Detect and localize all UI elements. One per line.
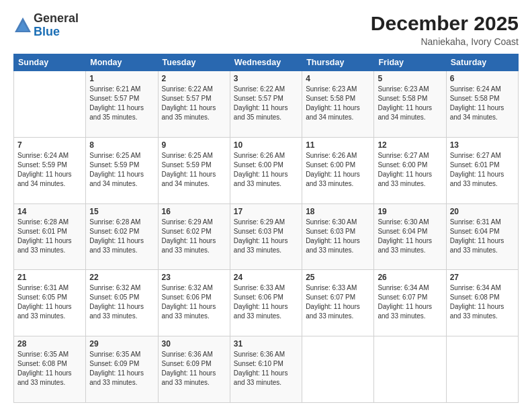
day-number: 4	[306, 74, 370, 83]
day-number: 12	[378, 140, 442, 150]
cell-details: Sunrise: 6:28 AMSunset: 6:02 PMDaylight:…	[89, 218, 154, 255]
page: General Blue December 2025 Naniekaha, Iv…	[0, 0, 532, 411]
calendar-day-header: Monday	[86, 54, 158, 71]
day-number: 7	[17, 140, 82, 150]
day-number: 1	[89, 74, 154, 83]
cell-details: Sunrise: 6:24 AMSunset: 5:58 PMDaylight:…	[450, 85, 515, 122]
month-year: December 2025	[371, 12, 519, 35]
day-number: 14	[17, 207, 82, 216]
calendar-cell: 13Sunrise: 6:27 AMSunset: 6:01 PMDayligh…	[446, 137, 518, 203]
cell-details: Sunrise: 6:36 AMSunset: 6:10 PMDaylight:…	[234, 350, 298, 387]
logo-icon	[13, 16, 32, 35]
cell-details: Sunrise: 6:22 AMSunset: 5:57 PMDaylight:…	[162, 85, 226, 122]
calendar-week-row: 28Sunrise: 6:35 AMSunset: 6:08 PMDayligh…	[14, 336, 519, 403]
cell-details: Sunrise: 6:29 AMSunset: 6:02 PMDaylight:…	[162, 218, 226, 255]
calendar-cell: 11Sunrise: 6:26 AMSunset: 6:00 PMDayligh…	[302, 137, 374, 203]
logo-general: General	[34, 12, 79, 26]
cell-details: Sunrise: 6:31 AMSunset: 6:05 PMDaylight:…	[17, 283, 82, 321]
day-number: 31	[234, 339, 298, 349]
cell-details: Sunrise: 6:26 AMSunset: 6:00 PMDaylight:…	[306, 151, 370, 189]
day-number: 24	[234, 273, 298, 282]
calendar-cell: 20Sunrise: 6:31 AMSunset: 6:04 PMDayligh…	[446, 203, 518, 270]
calendar-cell	[446, 336, 518, 403]
calendar-day-header: Thursday	[302, 54, 374, 71]
calendar-cell: 7Sunrise: 6:24 AMSunset: 5:59 PMDaylight…	[14, 137, 86, 203]
day-number: 6	[450, 74, 515, 83]
calendar-cell: 6Sunrise: 6:24 AMSunset: 5:58 PMDaylight…	[446, 71, 518, 138]
calendar-day-header: Tuesday	[158, 54, 230, 71]
header: General Blue December 2025 Naniekaha, Iv…	[13, 12, 519, 47]
cell-details: Sunrise: 6:21 AMSunset: 5:57 PMDaylight:…	[89, 85, 154, 122]
calendar-cell: 4Sunrise: 6:23 AMSunset: 5:58 PMDaylight…	[302, 71, 374, 138]
calendar-cell: 1Sunrise: 6:21 AMSunset: 5:57 PMDaylight…	[86, 71, 158, 138]
day-number: 5	[378, 74, 442, 83]
day-number: 20	[450, 207, 515, 216]
calendar-table: SundayMondayTuesdayWednesdayThursdayFrid…	[13, 54, 519, 403]
day-number: 10	[234, 140, 298, 150]
calendar-cell: 17Sunrise: 6:29 AMSunset: 6:03 PMDayligh…	[230, 203, 302, 270]
day-number: 3	[234, 74, 298, 83]
calendar-cell	[302, 336, 374, 403]
cell-details: Sunrise: 6:33 AMSunset: 6:07 PMDaylight:…	[306, 283, 370, 321]
calendar-cell: 15Sunrise: 6:28 AMSunset: 6:02 PMDayligh…	[86, 203, 158, 270]
day-number: 26	[378, 273, 442, 282]
cell-details: Sunrise: 6:23 AMSunset: 5:58 PMDaylight:…	[378, 85, 442, 122]
calendar-cell: 2Sunrise: 6:22 AMSunset: 5:57 PMDaylight…	[158, 71, 230, 138]
logo-text: General Blue	[34, 12, 79, 39]
calendar-day-header: Saturday	[446, 54, 518, 71]
day-number: 16	[162, 207, 226, 216]
calendar-cell: 12Sunrise: 6:27 AMSunset: 6:00 PMDayligh…	[374, 137, 446, 203]
cell-details: Sunrise: 6:27 AMSunset: 6:01 PMDaylight:…	[450, 151, 515, 189]
cell-details: Sunrise: 6:23 AMSunset: 5:58 PMDaylight:…	[306, 85, 370, 122]
calendar-header-row: SundayMondayTuesdayWednesdayThursdayFrid…	[14, 54, 519, 71]
day-number: 8	[89, 140, 154, 150]
calendar-day-header: Friday	[374, 54, 446, 71]
cell-details: Sunrise: 6:29 AMSunset: 6:03 PMDaylight:…	[234, 218, 298, 255]
day-number: 11	[306, 140, 370, 150]
logo: General Blue	[13, 12, 79, 39]
calendar-week-row: 7Sunrise: 6:24 AMSunset: 5:59 PMDaylight…	[14, 137, 519, 203]
day-number: 13	[450, 140, 515, 150]
calendar-cell: 5Sunrise: 6:23 AMSunset: 5:58 PMDaylight…	[374, 71, 446, 138]
cell-details: Sunrise: 6:24 AMSunset: 5:59 PMDaylight:…	[17, 151, 82, 189]
cell-details: Sunrise: 6:27 AMSunset: 6:00 PMDaylight:…	[378, 151, 442, 189]
day-number: 9	[162, 140, 226, 150]
cell-details: Sunrise: 6:35 AMSunset: 6:09 PMDaylight:…	[89, 350, 154, 387]
day-number: 18	[306, 207, 370, 216]
calendar-cell: 28Sunrise: 6:35 AMSunset: 6:08 PMDayligh…	[14, 336, 86, 403]
cell-details: Sunrise: 6:30 AMSunset: 6:03 PMDaylight:…	[306, 218, 370, 255]
cell-details: Sunrise: 6:28 AMSunset: 6:01 PMDaylight:…	[17, 218, 82, 255]
calendar-day-header: Sunday	[14, 54, 86, 71]
day-number: 15	[89, 207, 154, 216]
calendar-cell: 24Sunrise: 6:33 AMSunset: 6:06 PMDayligh…	[230, 270, 302, 336]
day-number: 19	[378, 207, 442, 216]
day-number: 22	[89, 273, 154, 282]
calendar-week-row: 21Sunrise: 6:31 AMSunset: 6:05 PMDayligh…	[14, 270, 519, 336]
title-block: December 2025 Naniekaha, Ivory Coast	[371, 12, 519, 47]
calendar-cell: 18Sunrise: 6:30 AMSunset: 6:03 PMDayligh…	[302, 203, 374, 270]
calendar-day-header: Wednesday	[230, 54, 302, 71]
cell-details: Sunrise: 6:26 AMSunset: 6:00 PMDaylight:…	[234, 151, 298, 189]
cell-details: Sunrise: 6:25 AMSunset: 5:59 PMDaylight:…	[162, 151, 226, 189]
calendar-cell: 8Sunrise: 6:25 AMSunset: 5:59 PMDaylight…	[86, 137, 158, 203]
calendar-cell: 23Sunrise: 6:32 AMSunset: 6:06 PMDayligh…	[158, 270, 230, 336]
calendar-cell	[14, 71, 86, 138]
calendar-cell: 19Sunrise: 6:30 AMSunset: 6:04 PMDayligh…	[374, 203, 446, 270]
calendar-cell: 30Sunrise: 6:36 AMSunset: 6:09 PMDayligh…	[158, 336, 230, 403]
logo-blue: Blue	[34, 26, 79, 39]
day-number: 21	[17, 273, 82, 282]
calendar-cell: 10Sunrise: 6:26 AMSunset: 6:00 PMDayligh…	[230, 137, 302, 203]
cell-details: Sunrise: 6:34 AMSunset: 6:07 PMDaylight:…	[378, 283, 442, 321]
cell-details: Sunrise: 6:32 AMSunset: 6:05 PMDaylight:…	[89, 283, 154, 321]
calendar-cell: 25Sunrise: 6:33 AMSunset: 6:07 PMDayligh…	[302, 270, 374, 336]
calendar-cell	[374, 336, 446, 403]
cell-details: Sunrise: 6:36 AMSunset: 6:09 PMDaylight:…	[162, 350, 226, 387]
day-number: 25	[306, 273, 370, 282]
day-number: 27	[450, 273, 515, 282]
cell-details: Sunrise: 6:30 AMSunset: 6:04 PMDaylight:…	[378, 218, 442, 255]
calendar-cell: 27Sunrise: 6:34 AMSunset: 6:08 PMDayligh…	[446, 270, 518, 336]
calendar-cell: 21Sunrise: 6:31 AMSunset: 6:05 PMDayligh…	[14, 270, 86, 336]
cell-details: Sunrise: 6:33 AMSunset: 6:06 PMDaylight:…	[234, 283, 298, 321]
cell-details: Sunrise: 6:35 AMSunset: 6:08 PMDaylight:…	[17, 350, 82, 387]
calendar-week-row: 1Sunrise: 6:21 AMSunset: 5:57 PMDaylight…	[14, 71, 519, 138]
